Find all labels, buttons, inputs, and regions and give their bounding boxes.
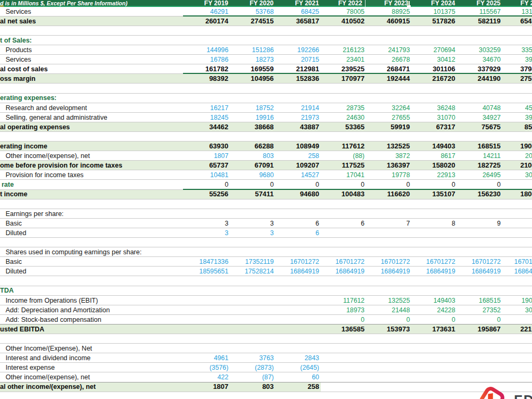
svg-text:FD: FD bbox=[514, 392, 532, 399]
